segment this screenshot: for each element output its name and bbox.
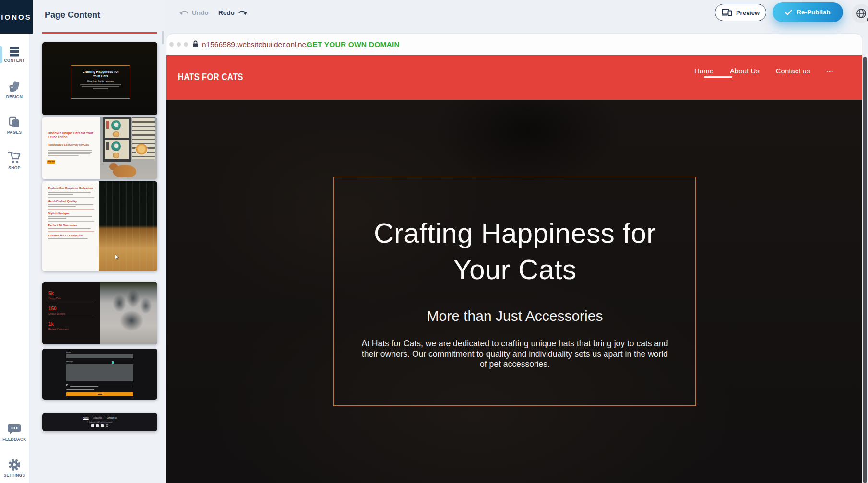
active-item-indicator bbox=[0, 46, 2, 63]
social-icon bbox=[91, 424, 94, 427]
nav-home[interactable]: Home bbox=[694, 67, 713, 75]
form-message-textarea bbox=[66, 364, 133, 381]
hero-title: Crafting Happiness for Your Cats bbox=[334, 215, 695, 288]
content-icon bbox=[9, 46, 20, 57]
lock-icon bbox=[192, 40, 199, 50]
settings-gear-icon bbox=[8, 458, 21, 471]
thumb-street-cat-photo bbox=[100, 117, 157, 179]
nav-home-underline bbox=[704, 76, 732, 78]
social-icon bbox=[106, 424, 108, 427]
republish-label: Re-Publish bbox=[797, 9, 831, 16]
site-url: n1566589.websitebuilder.online/ bbox=[202, 40, 308, 49]
panel-scrollbar[interactable] bbox=[162, 31, 164, 44]
site-hero-section[interactable]: Crafting Happiness for Your Cats More th… bbox=[166, 100, 862, 483]
site-header[interactable]: HATS FOR CATS Home About Us Contact us •… bbox=[166, 55, 862, 100]
undo-button[interactable]: Undo bbox=[179, 9, 209, 16]
form-note-line bbox=[66, 389, 94, 390]
social-icon bbox=[96, 424, 99, 427]
placeholder-text-lines bbox=[70, 384, 132, 387]
globe-icon bbox=[856, 8, 867, 19]
undo-label: Undo bbox=[192, 9, 209, 16]
sidebar-item-feedback[interactable]: FEEDBACK bbox=[0, 423, 29, 442]
form-name-label: Name* bbox=[66, 352, 71, 353]
nav-about[interactable]: About Us bbox=[730, 67, 760, 75]
section-thumb-hero[interactable]: Crafting Happiness for Your Cats More th… bbox=[42, 42, 157, 115]
section-thumb-stats[interactable]: 5k Happy Cats 150 Unique Designs 1k Repe… bbox=[42, 282, 157, 344]
redo-label: Redo bbox=[218, 9, 235, 16]
thumb-hero-text-box: Crafting Happiness for Your Cats More th… bbox=[71, 65, 130, 99]
footer-nav: Home About Us Contact us bbox=[42, 417, 157, 419]
form-caret-mark bbox=[112, 361, 114, 364]
thumb-shop-now-button: Shop Now bbox=[47, 160, 55, 164]
ionos-logo[interactable]: IONOS bbox=[0, 0, 33, 34]
sidebar-item-content[interactable]: CONTENT bbox=[0, 46, 29, 63]
nav-more-icon[interactable]: ••• bbox=[826, 68, 833, 74]
section-thumb-contact-form[interactable]: Name* Message bbox=[42, 349, 157, 400]
hero-paragraph: At Hats for Cats, we are dedicated to cr… bbox=[361, 339, 668, 370]
design-icon bbox=[8, 81, 21, 93]
browser-chrome-bar: n1566589.websitebuilder.online/ GET YOUR… bbox=[166, 34, 862, 55]
undo-icon bbox=[179, 10, 189, 16]
redo-icon bbox=[238, 10, 247, 16]
form-checkbox bbox=[66, 384, 68, 386]
check-icon bbox=[785, 10, 792, 15]
get-domain-link[interactable]: GET YOUR OWN DOMAIN bbox=[307, 40, 400, 49]
preview-label: Preview bbox=[736, 9, 760, 16]
sidebar-item-shop[interactable]: SHOP bbox=[0, 151, 29, 170]
shop-cart-icon bbox=[8, 151, 21, 164]
feedback-chat-icon bbox=[8, 423, 21, 436]
form-name-input bbox=[66, 354, 133, 358]
panel-title-divider bbox=[42, 32, 157, 34]
placeholder-text-lines bbox=[48, 150, 92, 156]
sidebar-item-settings[interactable]: SETTINGS bbox=[0, 458, 29, 478]
thumb-paw-print-photo bbox=[100, 282, 157, 344]
section-thumb-collection[interactable]: Explore Our Exquisite Collection Hand-Cr… bbox=[42, 181, 157, 271]
social-icon bbox=[101, 424, 104, 427]
republish-button[interactable]: Re-Publish bbox=[773, 2, 843, 22]
editor-scrollbar[interactable] bbox=[863, 57, 867, 483]
language-globe-button[interactable] bbox=[852, 4, 868, 23]
footer-social-icons bbox=[42, 424, 157, 427]
mouse-cursor-icon bbox=[115, 254, 119, 260]
site-nav: Home About Us Contact us ••• bbox=[694, 67, 833, 75]
nav-contact[interactable]: Contact us bbox=[776, 67, 810, 75]
sidebar-item-design[interactable]: DESIGN bbox=[0, 81, 29, 99]
window-dots bbox=[169, 42, 188, 47]
panel-title: Page Content bbox=[45, 10, 100, 20]
section-thumb-footer[interactable]: Home About Us Contact us © Copyright. Al… bbox=[42, 413, 157, 431]
app-sidebar bbox=[0, 0, 29, 483]
thumb-collection-text: Explore Our Exquisite Collection Hand-Cr… bbox=[42, 181, 99, 271]
devices-icon bbox=[722, 9, 732, 16]
form-message-label: Message bbox=[66, 361, 73, 363]
thumb-stats-text: 5k Happy Cats 150 Unique Designs 1k Repe… bbox=[42, 282, 100, 344]
hero-text-block[interactable]: Crafting Happiness for Your Cats More th… bbox=[333, 177, 696, 406]
form-submit-button bbox=[66, 392, 133, 396]
thumb-intro-text: Discover Unique Hats for Your Feline Fri… bbox=[42, 117, 100, 179]
thumb-cat-fur-photo bbox=[99, 181, 157, 271]
pages-icon bbox=[8, 116, 21, 129]
footer-copyright: © Copyright. All rights reserved. bbox=[42, 421, 157, 423]
ionos-website-builder: n1566589.websitebuilder.online/ GET YOUR… bbox=[0, 0, 868, 483]
preview-button[interactable]: Preview bbox=[715, 4, 766, 21]
placeholder-text-lines bbox=[80, 84, 121, 89]
site-logo[interactable]: HATS FOR CATS bbox=[178, 71, 243, 82]
hero-subtitle: More than Just Accessories bbox=[334, 308, 695, 324]
sidebar-item-pages[interactable]: PAGES bbox=[0, 116, 29, 135]
section-thumb-intro[interactable]: Discover Unique Hats for Your Feline Fri… bbox=[42, 117, 157, 179]
redo-button[interactable]: Redo bbox=[218, 9, 247, 16]
